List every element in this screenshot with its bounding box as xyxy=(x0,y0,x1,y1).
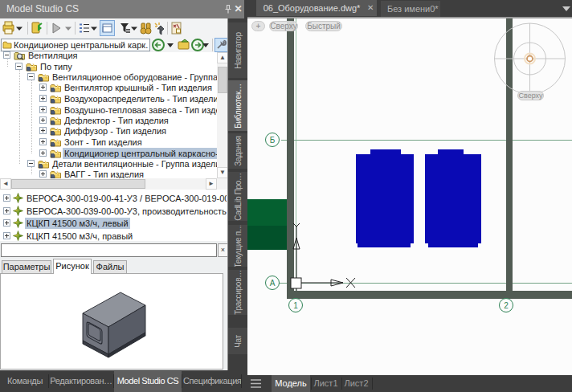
svg-text:А: А xyxy=(270,279,276,288)
svg-text:2: 2 xyxy=(504,301,509,310)
svg-text:1: 1 xyxy=(293,301,298,310)
svg-text:Б: Б xyxy=(270,136,276,145)
